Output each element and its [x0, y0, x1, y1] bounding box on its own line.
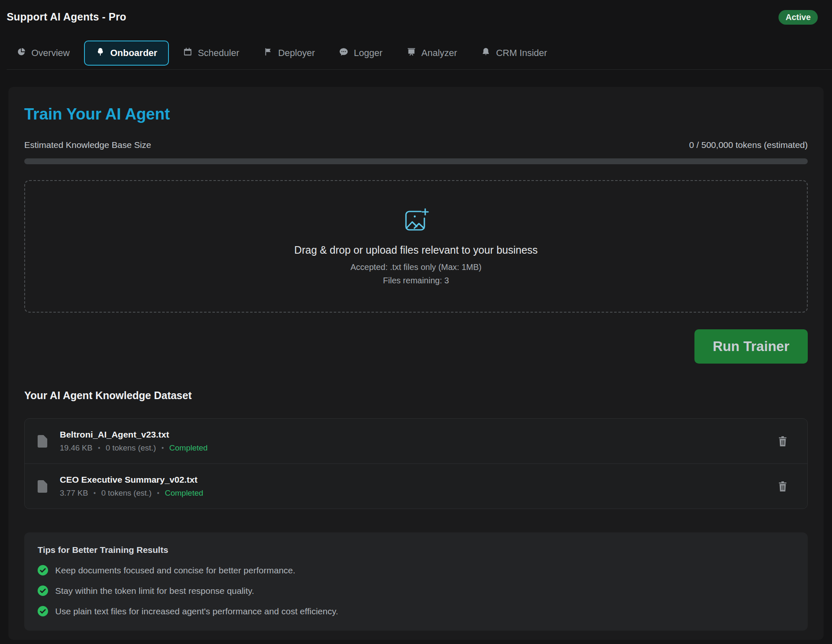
app-header: Support AI Agents - Pro Active [0, 0, 832, 25]
file-row: CEO Executive Summary_v02.txt 3.77 KB • … [25, 463, 807, 509]
tab-label: Logger [354, 48, 383, 59]
file-name: Beltroni_AI_Agent_v23.txt [60, 430, 208, 440]
tab-analyzer[interactable]: Analyzer [397, 41, 467, 66]
file-info: CEO Executive Summary_v02.txt 3.77 KB • … [60, 475, 203, 498]
tip-text: Use plain text files for increased agent… [55, 606, 338, 616]
trash-icon [778, 481, 787, 491]
app-title: Support AI Agents - Pro [7, 10, 126, 23]
tree-icon [96, 47, 105, 59]
file-tokens: 0 tokens (est.) [106, 443, 156, 453]
dropzone-accepted-text: Accepted: .txt files only (Max: 1MB) [350, 262, 481, 272]
tab-label: Analyzer [421, 48, 457, 59]
file-meta: 3.77 KB • 0 tokens (est.) • Completed [60, 489, 203, 498]
pie-chart-icon [17, 47, 26, 59]
check-circle-icon [38, 565, 48, 575]
page-title: Train Your AI Agent [24, 105, 808, 123]
kb-progress-bar [24, 158, 808, 164]
tab-overview[interactable]: Overview [7, 41, 80, 66]
kb-token-count: 0 / 500,000 tokens (estimated) [689, 140, 808, 150]
tab-label: Deployer [278, 48, 315, 59]
separator-dot: • [157, 489, 160, 497]
tab-label: Scheduler [198, 48, 239, 59]
flag-icon [263, 47, 273, 59]
separator-dot: • [98, 444, 100, 452]
dataset-heading: Your AI Agent Knowledge Dataset [24, 389, 808, 402]
dropzone-remaining-text: Files remaining: 3 [383, 276, 449, 285]
tab-deployer[interactable]: Deployer [253, 41, 325, 66]
tip-item: Keep documents focused and concise for b… [38, 565, 794, 575]
tab-onboarder[interactable]: Onboarder [84, 41, 169, 66]
trainer-panel: Train Your AI Agent Estimated Knowledge … [8, 87, 824, 640]
check-circle-icon [38, 585, 48, 596]
actions-row: Run Trainer [24, 329, 808, 364]
separator-dot: • [94, 489, 96, 497]
file-icon [37, 480, 47, 493]
chat-bubble-icon [339, 47, 348, 59]
file-name: CEO Executive Summary_v02.txt [60, 475, 203, 485]
run-trainer-button[interactable]: Run Trainer [694, 329, 808, 364]
file-info: Beltroni_AI_Agent_v23.txt 19.46 KB • 0 t… [60, 430, 208, 453]
file-tokens: 0 tokens (est.) [101, 489, 151, 498]
tip-item: Use plain text files for increased agent… [38, 606, 794, 616]
tip-text: Keep documents focused and concise for b… [55, 565, 295, 575]
tab-crm-insider[interactable]: CRM Insider [471, 41, 557, 66]
calendar-icon [183, 47, 192, 59]
file-list: Beltroni_AI_Agent_v23.txt 19.46 KB • 0 t… [24, 418, 808, 509]
delete-file-button[interactable] [776, 435, 789, 448]
check-circle-icon [38, 606, 48, 616]
file-meta: 19.46 KB • 0 tokens (est.) • Completed [60, 443, 208, 453]
knowledge-base-size-row: Estimated Knowledge Base Size 0 / 500,00… [24, 140, 808, 150]
tab-logger[interactable]: Logger [329, 41, 393, 66]
tip-item: Stay within the token limit for best res… [38, 585, 794, 596]
presentation-chart-icon [407, 47, 416, 59]
tab-label: Onboarder [110, 48, 157, 59]
tab-label: Overview [31, 48, 70, 59]
delete-file-button[interactable] [776, 480, 789, 493]
file-size: 3.77 KB [60, 489, 88, 498]
trash-icon [778, 436, 787, 446]
kb-size-label: Estimated Knowledge Base Size [24, 140, 151, 150]
file-status: Completed [165, 489, 203, 498]
bell-icon [481, 47, 490, 59]
separator-dot: • [161, 444, 164, 452]
tab-bar: Overview Onboarder Scheduler Deployer Lo… [7, 41, 832, 70]
status-badge: Active [778, 10, 818, 25]
file-status: Completed [169, 443, 208, 453]
file-row: Beltroni_AI_Agent_v23.txt 19.46 KB • 0 t… [25, 419, 807, 463]
file-size: 19.46 KB [60, 443, 92, 453]
file-dropzone[interactable]: Drag & drop or upload files relevant to … [24, 180, 808, 313]
tips-heading: Tips for Better Training Results [38, 545, 794, 555]
tip-text: Stay within the token limit for best res… [55, 586, 254, 596]
tab-scheduler[interactable]: Scheduler [173, 41, 249, 66]
tips-panel: Tips for Better Training Results Keep do… [24, 532, 808, 631]
dropzone-title: Drag & drop or upload files relevant to … [294, 244, 538, 256]
image-plus-icon [402, 207, 430, 234]
file-icon [37, 435, 47, 448]
tab-label: CRM Insider [496, 48, 547, 59]
